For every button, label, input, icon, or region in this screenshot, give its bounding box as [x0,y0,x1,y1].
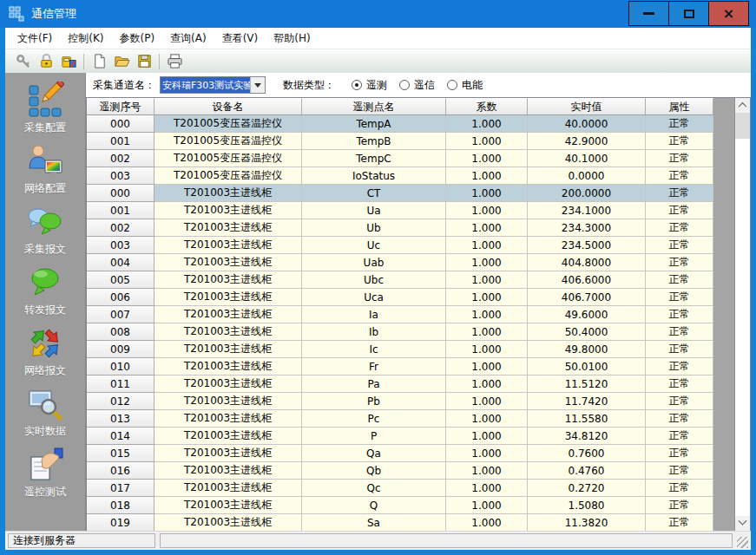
maximize-button[interactable] [668,1,709,26]
grid-columns: 遥测序号 设备名 遥测点名 系数 实时值 属性 000 T201005变压器温控… [87,98,713,531]
table-row[interactable]: 006 T201003主进线柜 Uca 1.000 406.7000 正常 [87,289,713,306]
toolbar [5,49,751,73]
column-header-value[interactable]: 实时值 [528,98,646,115]
table-row[interactable]: 016 T201003主进线柜 Qb 1.000 0.4760 正常 [87,462,713,480]
cell-seq: 001 [87,133,154,150]
print-button[interactable] [163,51,186,71]
combo-dropdown-button[interactable] [250,77,265,93]
sidebar-item-forward-message[interactable]: 转发报文 [5,264,85,324]
table-row[interactable]: 013 T201003主进线柜 Pc 1.000 11.5580 正常 [87,410,713,428]
cell-value: 40.0000 [528,115,646,133]
cell-coef: 1.000 [446,237,528,254]
cell-point: TempA [302,115,446,133]
table-row[interactable]: 012 T201003主进线柜 Pb 1.000 11.7420 正常 [87,393,713,410]
table-row[interactable]: 008 T201003主进线柜 Ib 1.000 50.4000 正常 [87,323,713,341]
open-folder-button[interactable] [110,51,133,71]
menu-params[interactable]: 参数(P) [112,29,163,49]
table-row[interactable]: 001 T201003主进线柜 Ua 1.000 234.1000 正常 [87,202,713,219]
scrollbar-track[interactable] [735,139,750,516]
cell-device: T201003主进线柜 [154,237,302,254]
unlock-button[interactable] [35,51,57,71]
vertical-scrollbar[interactable] [735,98,750,531]
table-row[interactable]: 007 T201003主进线柜 Ia 1.000 49.6000 正常 [87,306,713,323]
minimize-button[interactable] [628,1,669,26]
cell-status: 正常 [646,150,713,167]
cell-value: 0.0000 [528,167,646,185]
table-row[interactable]: 011 T201003主进线柜 Pa 1.000 11.5120 正常 [87,375,713,393]
menu-file[interactable]: 文件(F) [10,29,60,49]
table-row[interactable]: 010 T201003主进线柜 Fr 1.000 50.0100 正常 [87,358,713,375]
save-button[interactable] [133,51,155,71]
cell-status: 正常 [646,428,713,445]
table-row[interactable]: 018 T201003主进线柜 Q 1.000 1.5080 正常 [87,497,713,514]
cell-seq: 015 [87,445,154,462]
column-header-coef[interactable]: 系数 [446,98,528,115]
radio-icon[interactable] [447,80,457,90]
cell-device: T201003主进线柜 [154,341,302,358]
channel-combobox[interactable]: 安科瑞F303测试实验室 [160,76,266,94]
scroll-up-button[interactable] [735,98,750,113]
open-folder-icon [114,53,130,69]
cell-coef: 1.000 [446,358,528,375]
cell-point: Ub [302,219,446,237]
sidebar-item-remote-test[interactable]: 遥控测试 [5,446,85,506]
status-connection: 连接到服务器 [8,533,155,548]
close-button[interactable]: × [708,1,749,26]
sidebar-item-collect-config[interactable]: 采集配置 [5,82,85,142]
table-row[interactable]: 014 T201003主进线柜 P 1.000 34.8120 正常 [87,428,713,445]
radio-telesignal[interactable]: 遥信 [399,78,435,93]
table-row[interactable]: 003 T201005变压器温控仪 IoStatus 1.000 0.0000 … [87,167,713,185]
sidebar-item-collect-message[interactable]: 采集报文 [5,203,85,264]
table-row[interactable]: 009 T201003主进线柜 Ic 1.000 49.8000 正常 [87,341,713,358]
table-row[interactable]: 004 T201003主进线柜 Uab 1.000 404.8000 正常 [87,254,713,271]
table-row[interactable]: 000 T201003主进线柜 CT 1.000 200.0000 正常 [87,185,713,202]
menu-query[interactable]: 查询(A) [162,29,214,49]
table-row[interactable]: 001 T201005变压器温控仪 TempB 1.000 42.9000 正常 [87,133,713,150]
cell-status: 正常 [646,202,713,219]
radio-telemetry[interactable]: 遥测 [352,78,387,93]
cell-seq: 011 [87,375,154,393]
table-row[interactable]: 017 T201003主进线柜 Qc 1.000 0.2720 正常 [87,480,713,497]
table-row[interactable]: 003 T201003主进线柜 Uc 1.000 234.5000 正常 [87,237,713,254]
sidebar-label: 网络配置 [24,181,66,196]
cell-value: 49.6000 [528,306,646,323]
menu-help[interactable]: 帮助(H) [266,29,318,49]
radio-icon[interactable] [352,80,362,90]
column-header-device[interactable]: 设备名 [154,98,302,115]
table-row[interactable]: 019 T201003主进线柜 Sa 1.000 11.3820 正常 [87,514,713,532]
cell-point: Q [302,497,446,514]
table-row[interactable]: 002 T201003主进线柜 Ub 1.000 234.3000 正常 [87,219,713,237]
cell-value: 0.7600 [528,445,646,462]
new-file-button[interactable] [88,51,110,71]
radio-energy[interactable]: 电能 [447,78,483,93]
password-button[interactable] [57,51,80,71]
cell-device: T201003主进线柜 [154,480,302,497]
column-header-seq[interactable]: 遥测序号 [87,98,154,115]
cell-value: 11.5580 [528,410,646,428]
column-header-point[interactable]: 遥测点名 [302,98,446,115]
cell-status: 正常 [646,480,713,497]
channel-value: 安科瑞F303测试实验室 [161,77,250,93]
table-row[interactable]: 015 T201003主进线柜 Qa 1.000 0.7600 正常 [87,445,713,462]
scrollbar-thumb[interactable] [735,113,750,139]
cell-status: 正常 [646,341,713,358]
key-button[interactable] [12,51,35,71]
sidebar-item-network-config[interactable]: 网络配置 [5,142,85,203]
cell-coef: 1.000 [446,445,528,462]
table-row[interactable]: 005 T201003主进线柜 Ubc 1.000 406.6000 正常 [87,271,713,289]
cell-status: 正常 [646,271,713,289]
scroll-down-button[interactable] [735,516,750,531]
resize-grip[interactable] [737,537,748,548]
column-header-status[interactable]: 属性 [646,98,713,115]
menu-view[interactable]: 查看(V) [214,29,266,49]
cell-status: 正常 [646,306,713,323]
table-row[interactable]: 002 T201005变压器温控仪 TempC 1.000 40.1000 正常 [87,150,713,167]
sidebar-item-network-message[interactable]: 网络报文 [5,324,85,385]
table-row[interactable]: 000 T201005变压器温控仪 TempA 1.000 40.0000 正常 [87,115,713,133]
cell-status: 正常 [646,462,713,480]
radio-icon[interactable] [399,80,410,90]
menu-control[interactable]: 控制(K) [60,29,111,49]
grid-body: 000 T201005变压器温控仪 TempA 1.000 40.0000 正常… [87,115,713,532]
toolbar-separator [159,54,160,69]
sidebar-item-realtime-data[interactable]: 实时数据 [5,385,85,446]
